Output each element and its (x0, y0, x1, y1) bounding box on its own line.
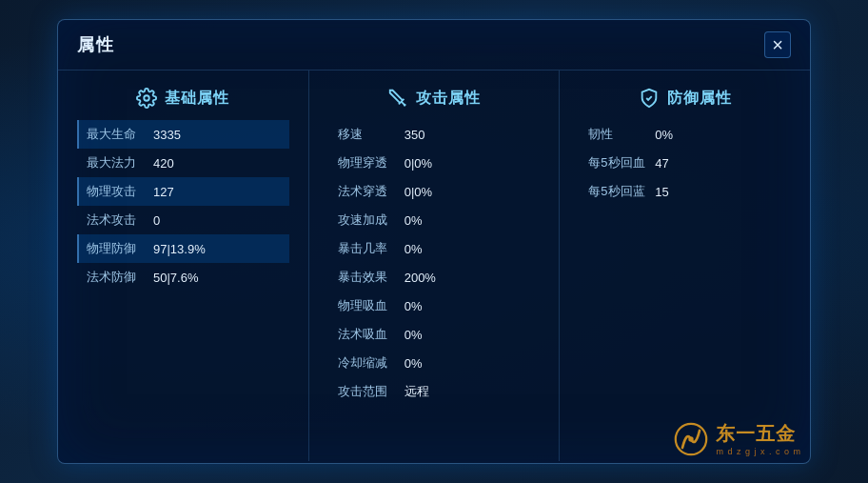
stat-value: 0% (655, 128, 673, 142)
stat-row: 法术吸血 0% (328, 320, 541, 349)
stat-value: 0% (404, 328, 423, 342)
stat-value: 50|7.6% (153, 271, 198, 285)
stat-row: 冷却缩减 0% (328, 349, 541, 377)
defense-stats-list: 韧性 0%每5秒回血 47每5秒回蓝 15 (579, 120, 791, 206)
attack-attributes-column: 攻击属性 移速 350物理穿透 0|0%法术穿透 0|0%攻速加成 0%暴击几率… (309, 70, 561, 461)
stat-label: 物理防御 (87, 240, 153, 257)
stat-row: 攻击范围 远程 (328, 377, 541, 406)
stat-row: 暴击效果 200% (328, 263, 541, 292)
stat-value: 97|13.9% (153, 242, 206, 256)
basic-stats-list: 最大生命 3335最大法力 420物理攻击 127法术攻击 0物理防御 97|1… (77, 120, 289, 292)
stat-value: 0% (404, 356, 423, 371)
defense-attributes-column: 防御属性 韧性 0%每5秒回血 47每5秒回蓝 15 (560, 70, 810, 461)
stat-row: 最大法力 420 (77, 149, 289, 177)
stat-label: 法术攻击 (87, 211, 153, 229)
stat-value: 3335 (153, 128, 181, 142)
attack-stats-list: 移速 350物理穿透 0|0%法术穿透 0|0%攻速加成 0%暴击几率 0%暴击… (328, 120, 541, 406)
stat-row: 物理穿透 0|0% (328, 149, 541, 177)
stat-row: 暴击几率 0% (328, 234, 541, 263)
stat-label: 物理攻击 (87, 183, 153, 200)
basic-attributes-column: 基础属性 最大生命 3335最大法力 420物理攻击 127法术攻击 0物理防御… (58, 70, 309, 461)
stat-value: 127 (153, 185, 174, 199)
stat-row: 物理吸血 0% (328, 292, 541, 320)
basic-header-label: 基础属性 (165, 89, 229, 109)
panel-body: 基础属性 最大生命 3335最大法力 420物理攻击 127法术攻击 0物理防御… (58, 70, 810, 461)
attack-header: 攻击属性 (328, 80, 541, 120)
stat-label: 法术吸血 (338, 326, 404, 343)
watermark-text-block: 东一五金 m d z g j x . c o m (716, 421, 801, 456)
stat-label: 每5秒回血 (588, 154, 655, 171)
sword-icon (387, 88, 408, 109)
watermark-subtitle: m d z g j x . c o m (716, 447, 801, 456)
stat-label: 攻击范围 (338, 383, 404, 400)
svg-point-2 (689, 436, 694, 441)
watermark-logo (674, 422, 708, 456)
stat-label: 韧性 (588, 126, 655, 143)
stat-label: 法术防御 (87, 269, 153, 286)
watermark: 东一五金 m d z g j x . c o m (674, 421, 801, 456)
stat-value: 0|0% (404, 156, 432, 171)
stat-row: 物理防御 97|13.9% (77, 234, 289, 263)
stat-value: 0 (153, 213, 160, 228)
stat-row: 法术攻击 0 (77, 206, 289, 234)
stat-value: 420 (153, 156, 174, 171)
stat-value: 200% (404, 271, 436, 285)
stat-label: 最大法力 (87, 154, 153, 171)
stat-row: 攻速加成 0% (328, 206, 541, 234)
stat-label: 物理穿透 (338, 154, 404, 171)
defense-header: 防御属性 (579, 80, 791, 120)
stat-label: 暴击效果 (338, 269, 404, 286)
panel-title: 属性 (77, 33, 115, 56)
watermark-title: 东一五金 (716, 421, 801, 447)
shield-icon (639, 88, 660, 109)
stat-value: 远程 (404, 383, 429, 400)
stat-row: 移速 350 (328, 120, 541, 149)
attributes-panel: 属性 × 基础属性 最大生命 3335最大法力 420物理攻击 127法术攻击 … (57, 19, 811, 464)
stat-row: 法术防御 50|7.6% (77, 263, 289, 292)
close-button[interactable]: × (764, 31, 791, 58)
panel-header: 属性 × (58, 20, 810, 70)
basic-header: 基础属性 (77, 80, 289, 120)
stat-label: 最大生命 (87, 126, 153, 143)
stat-value: 47 (655, 156, 668, 171)
stat-label: 移速 (338, 126, 404, 143)
stat-row: 法术穿透 0|0% (328, 177, 541, 206)
defense-header-label: 防御属性 (667, 89, 732, 109)
stat-row: 物理攻击 127 (77, 177, 289, 206)
svg-point-0 (145, 95, 150, 101)
stat-label: 暴击几率 (338, 240, 404, 257)
stat-value: 15 (655, 185, 668, 199)
stat-label: 每5秒回蓝 (588, 183, 655, 200)
stat-label: 法术穿透 (338, 183, 404, 200)
stat-row: 韧性 0% (579, 120, 791, 149)
stat-value: 0% (404, 242, 423, 256)
stat-label: 冷却缩减 (338, 354, 404, 372)
stat-row: 每5秒回血 47 (579, 149, 791, 177)
stat-label: 攻速加成 (338, 211, 404, 229)
stat-value: 350 (404, 128, 425, 142)
stat-label: 物理吸血 (338, 297, 404, 314)
stat-value: 0% (404, 299, 423, 313)
stat-row: 最大生命 3335 (77, 120, 289, 149)
stat-value: 0|0% (404, 185, 432, 199)
stat-value: 0% (404, 213, 423, 228)
gear-icon (136, 88, 157, 109)
attack-header-label: 攻击属性 (416, 89, 481, 109)
stat-row: 每5秒回蓝 15 (579, 177, 791, 206)
